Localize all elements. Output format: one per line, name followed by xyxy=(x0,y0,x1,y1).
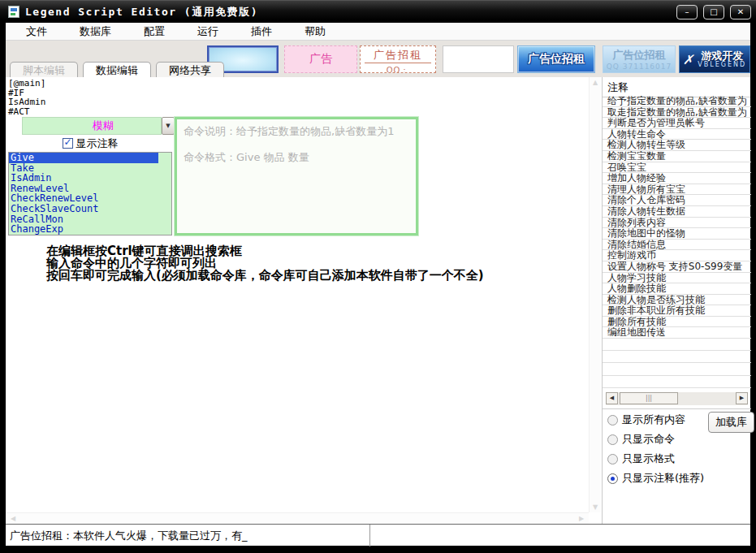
comment-list-item[interactable]: 删除所有技能 xyxy=(603,317,751,328)
close-button[interactable]: ✕ xyxy=(730,5,751,19)
comment-list-item[interactable]: 清理人物所有宝宝 xyxy=(603,184,751,196)
comment-list-item[interactable] xyxy=(603,351,751,363)
scroll-right-icon[interactable]: ▶ xyxy=(736,392,748,404)
comment-list-item[interactable] xyxy=(603,376,751,388)
comment-list-item[interactable] xyxy=(603,363,751,375)
menu-item[interactable]: 文件 xyxy=(15,23,58,41)
comment-list-item[interactable]: 检测人物转生等级 xyxy=(603,140,751,151)
menu-item[interactable]: 插件 xyxy=(240,23,283,41)
show-comment-checkbox[interactable] xyxy=(63,138,73,149)
display-filter-radio[interactable]: 只显示格式 xyxy=(607,452,750,465)
radio-icon[interactable] xyxy=(607,415,618,426)
menu-item[interactable]: 运行 xyxy=(187,23,229,41)
radio-icon[interactable] xyxy=(607,434,618,445)
vblegend-sub: VBLEGEND xyxy=(698,61,746,68)
command-list[interactable]: GiveTakeIsAdminRenewLevelCheckRenewLevel… xyxy=(8,152,172,235)
description-line: 命令格式：Give 物品 数量 xyxy=(177,139,416,165)
scroll-right-icon[interactable]: ▶ xyxy=(576,513,587,525)
maximize-button[interactable]: □ xyxy=(703,5,724,19)
comment-list-item[interactable]: 检测宝宝数量 xyxy=(603,151,751,162)
scroll-down-icon[interactable]: ▼ xyxy=(590,503,601,511)
show-comment-row: 显示注释 xyxy=(8,135,172,152)
display-filter-radio[interactable]: 只显示注释(推荐) xyxy=(607,472,750,485)
menu-item[interactable]: 数据库 xyxy=(69,23,122,41)
command-list-item[interactable]: Give xyxy=(9,153,158,163)
match-mode-value: 模糊 xyxy=(70,119,114,132)
menu-item[interactable]: 帮助 xyxy=(294,23,336,41)
tab[interactable]: 数据编辑 xyxy=(83,62,151,77)
comment-list-item[interactable]: 删除非本职业所有技能 xyxy=(603,305,751,317)
comment-list-item[interactable]: 人物转生命令 xyxy=(603,129,751,140)
command-description-panel: 命令说明：给予指定数量的物品,缺省数量为1命令格式：Give 物品 数量 xyxy=(175,117,418,235)
ad-faded-qq: QQ 371116017 xyxy=(603,63,675,71)
scroll-left-icon[interactable]: ◀ xyxy=(7,513,19,525)
comment-list-item[interactable]: 增加人物经验 xyxy=(603,173,751,184)
ad-banner-pink[interactable]: 广告 xyxy=(284,45,357,73)
app-icon xyxy=(8,6,19,18)
radio-icon[interactable] xyxy=(607,454,618,464)
command-popup: 模糊 ▼ 显示注释 GiveTakeIsAdminRenewLevelCheck… xyxy=(8,117,418,235)
ad-rent-title: 广告招租 xyxy=(365,46,431,63)
comment-list-item[interactable]: 控制游戏币 xyxy=(603,250,751,261)
ad-banner-rent-faded[interactable]: 广告位招租 QQ 371116017 xyxy=(603,45,676,73)
ad-banner-rent-blue[interactable]: 广告位招租 xyxy=(517,45,595,73)
scroll-up-icon[interactable]: ▲ xyxy=(590,79,601,86)
comment-list-item[interactable]: 清除结婚信息 xyxy=(603,240,751,251)
window-title: Legend Script Editor (通用免费版) xyxy=(25,5,258,19)
comment-list-item[interactable]: 编组地图传送 xyxy=(603,327,751,339)
ad-banner-empty[interactable] xyxy=(443,45,514,73)
ad-banner-vblegend[interactable]: ✗ 游戏开发 VBLEGEND xyxy=(679,45,750,73)
load-library-button[interactable]: 加载库 xyxy=(708,412,754,433)
comment-list-item[interactable]: 清除列表内容 xyxy=(603,218,751,229)
scroll-left-icon[interactable]: ◀ xyxy=(606,392,618,404)
menu-item[interactable]: 配置 xyxy=(133,23,175,41)
comment-list-item[interactable]: 清除人物转生数据 xyxy=(603,206,751,218)
comment-list-item[interactable]: 判断是否为管理员帐号 xyxy=(603,118,751,129)
comment-list-item[interactable]: 取走指定数量的物品,缺省数量为 xyxy=(603,107,751,119)
vblegend-title: 游戏开发 xyxy=(698,50,746,61)
ad-rent-blue-label: 广告位招租 xyxy=(528,52,585,67)
comment-list-item[interactable]: 设置人物称号 支持S0-S99变量 xyxy=(603,261,751,273)
tab-bar: 脚本编辑数据编辑网络共享 xyxy=(6,62,224,77)
comment-list-header: 注释 xyxy=(603,77,750,97)
tab[interactable]: 脚本编辑 xyxy=(10,62,78,77)
tab[interactable]: 网络共享 xyxy=(156,62,224,77)
comment-list-item[interactable]: 召唤宝宝 xyxy=(603,162,751,174)
match-mode-combobox[interactable]: 模糊 xyxy=(22,117,162,135)
command-list-item[interactable]: IsAdmin xyxy=(9,173,171,184)
vblegend-logo-icon: ✗ xyxy=(683,52,693,67)
comment-list-item[interactable]: 人物删除技能 xyxy=(603,283,751,295)
status-divider xyxy=(369,525,370,547)
combobox-dropdown-icon[interactable]: ▼ xyxy=(162,117,175,135)
ad-label: 广告 xyxy=(309,52,332,67)
minimize-button[interactable]: – xyxy=(676,5,698,19)
editor-horizontal-scrollbar[interactable]: ◀ ▶ xyxy=(6,512,589,524)
radio-label: 只显示命令 xyxy=(622,432,675,447)
command-list-item[interactable]: CheckSlaveCount xyxy=(9,204,171,214)
scrollbar-thumb[interactable]: ||| xyxy=(620,392,678,404)
window-controls: – □ ✕ xyxy=(676,5,751,19)
radio-label: 只显示注释(推荐) xyxy=(622,471,704,486)
code-text: [@main]#IFIsAdmin#ACT xyxy=(8,79,45,116)
comment-list-item[interactable]: 检测人物是否练习技能 xyxy=(603,295,751,306)
command-list-item[interactable]: ChangeExp xyxy=(9,224,171,235)
script-editor[interactable]: [@main]#IFIsAdmin#ACT 模糊 ▼ 显示注释 GiveTake… xyxy=(6,77,602,524)
editor-vertical-scrollbar[interactable]: ▲ ▼ xyxy=(589,77,601,512)
comment-list-item[interactable]: 给予指定数量的物品,缺省数量为 xyxy=(603,96,751,107)
ad-banner-rent[interactable]: 广告招租 QQ：371116017 xyxy=(360,45,436,73)
ad-faded-title: 广告位招租 xyxy=(603,48,675,63)
code-line: #ACT xyxy=(8,107,45,117)
comment-list-item[interactable]: 清除个人仓库密码 xyxy=(603,195,751,206)
comment-list-hscrollbar[interactable]: ◀ ||| ▶ xyxy=(606,392,748,405)
radio-label: 只显示格式 xyxy=(622,451,675,466)
comment-list-item[interactable]: 清除地图中的怪物 xyxy=(603,228,751,240)
description-line: 命令说明：给予指定数量的物品,缺省数量为1 xyxy=(177,119,416,139)
status-bar: 广告位招租：本软件人气火爆，下载量已过万，有_ xyxy=(6,524,750,546)
radio-icon[interactable] xyxy=(607,473,618,484)
comment-list-item[interactable]: 人物学习技能 xyxy=(603,273,751,284)
comment-sidebar: 注释 给予指定数量的物品,缺省数量为取走指定数量的物品,缺省数量为判断是否为管理… xyxy=(602,77,750,524)
hint-line: 按回车即可完成输入(必须加载命令库，命令库可自己添加本软件自带了一个不全) xyxy=(46,270,484,282)
comment-list-item[interactable] xyxy=(603,339,751,351)
comment-list[interactable]: 给予指定数量的物品,缺省数量为取走指定数量的物品,缺省数量为判断是否为管理员帐号… xyxy=(603,96,751,388)
display-filter-radio[interactable]: 只显示命令 xyxy=(607,433,750,446)
